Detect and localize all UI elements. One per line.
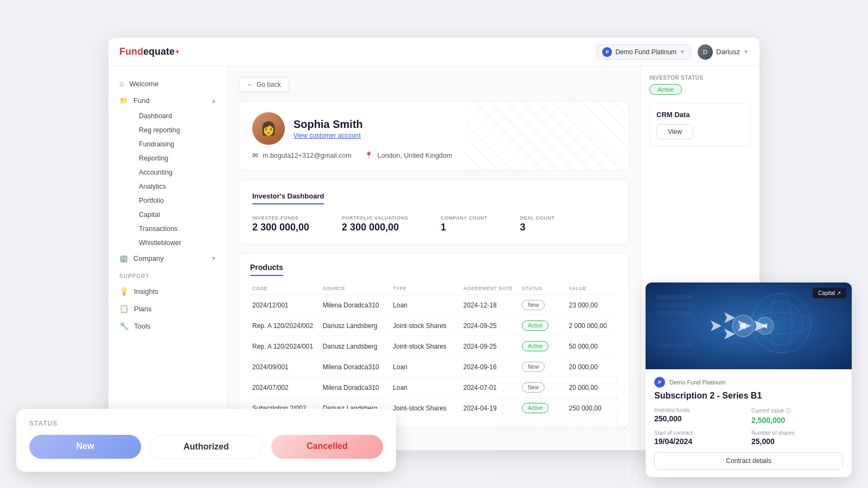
support-section-label: SUPPORT	[108, 267, 227, 282]
status-badge: New	[522, 300, 545, 310]
status-options: New Authorized Cancelled	[29, 435, 383, 459]
status-new-label: New	[76, 441, 94, 451]
crm-data-card: CRM Data View	[649, 104, 751, 146]
cell-type: Loan	[393, 301, 463, 309]
contract-details-button[interactable]: Contract details	[654, 452, 843, 470]
sidebar-group-company[interactable]: 🏢 Company ▼	[108, 250, 227, 267]
sidebar-company-label: Company	[133, 254, 164, 262]
fund-card-title: Subscription 2 - Series B1	[654, 391, 843, 401]
status-badge: New	[522, 362, 545, 372]
user-name: Dariusz	[716, 48, 740, 56]
contract-start-stat: Start of contract 19/04/2024	[654, 430, 746, 446]
sidebar-item-dashboard[interactable]: Dashboard	[128, 109, 227, 123]
fund-card-stats: Invested funds 250,000 Current value ⓘ 2…	[654, 407, 843, 446]
svg-text:11001010110100: 11001010110100	[656, 344, 693, 349]
table-header: CODE SOURCE TYPE AGREEMENT DATE STATUS V…	[250, 282, 618, 295]
status-option-cancelled[interactable]: Cancelled	[271, 435, 383, 459]
fund-icon: P	[602, 47, 612, 57]
sidebar-item-reg-reporting[interactable]: Reg reporting	[128, 123, 227, 137]
profile-contacts: ✉ m.boguta12+312@gmail.com 📍 London, Uni…	[252, 151, 616, 159]
fund-selector[interactable]: P Demo Fund Platinum ▼	[596, 44, 691, 60]
company-chevron-icon: ▼	[211, 255, 216, 261]
cell-status: New	[522, 300, 569, 310]
sidebar-item-plans[interactable]: 📋 Plans	[108, 300, 227, 317]
cell-value: 20 000,00	[569, 363, 616, 371]
cell-status: New	[522, 362, 569, 372]
sidebar-item-reporting[interactable]: Reporting	[128, 151, 227, 165]
screen-wrapper: Fundequate▲ P Demo Fund Platinum ▼ D Dar…	[0, 0, 868, 488]
stat-invested-label: INVESTED FUNDS	[252, 215, 309, 221]
sidebar-item-whistleblower[interactable]: Whistleblower	[128, 236, 227, 250]
cell-code: Rep. A 120/2024/002	[252, 322, 323, 330]
view-account-link[interactable]: View customer account	[293, 132, 363, 139]
stat-deal-count: DEAL COUNT 3	[520, 215, 554, 233]
sidebar-label-analytics: Analytics	[139, 183, 166, 190]
cell-code: 2024/12/001	[252, 301, 323, 309]
sidebar-item-fundraising[interactable]: Fundraising	[128, 137, 227, 151]
location-icon: 📍	[365, 151, 373, 159]
sidebar-item-tools[interactable]: 🔧 Tools	[108, 317, 227, 335]
sidebar-fund-label: Fund	[133, 97, 150, 105]
sidebar-item-capital[interactable]: Capital	[128, 208, 227, 222]
shares-stat: Number of shares 25,000	[751, 430, 843, 446]
sidebar-label-capital: Capital	[139, 211, 160, 219]
fund-name: Demo Fund Platinum	[615, 48, 676, 56]
invested-funds-stat: Invested funds 250,000	[654, 407, 746, 425]
logo-area: Fundequate▲	[108, 46, 228, 57]
cell-status: Active	[522, 320, 569, 331]
sidebar-item-analytics[interactable]: Analytics	[128, 179, 227, 194]
sidebar-item-transactions[interactable]: Transactions	[128, 222, 227, 236]
cell-status: Active	[522, 341, 569, 351]
sidebar-item-insights[interactable]: 💡 Insights	[108, 282, 227, 300]
dashboard-card: Investor's Dashboard INVESTED FUNDS 2 30…	[239, 179, 629, 245]
cell-type: Joint-stock Shares	[393, 322, 463, 330]
user-selector[interactable]: D Dariusz ▼	[698, 44, 749, 60]
cell-source: Milena Doradca310	[323, 301, 393, 309]
sidebar-item-portfolio[interactable]: Portfolio	[128, 194, 227, 208]
cell-date: 2024-12-18	[463, 301, 522, 309]
table-row[interactable]: 2024/09/001 Milena Doradca310 Loan 2024-…	[250, 357, 618, 377]
stat-company-count: COMPANY COUNT 1	[441, 215, 487, 233]
table-row[interactable]: Rep. A 120/2024/001 Dariusz Landsberg Jo…	[250, 336, 618, 357]
sidebar-item-accounting[interactable]: Accounting	[128, 165, 227, 179]
home-icon: ⌂	[119, 79, 124, 88]
col-status: STATUS	[522, 286, 569, 291]
invested-funds-value: 250,000	[654, 414, 746, 423]
fund-card-banner: 01001010110100 10110100101101 0101010101…	[646, 282, 852, 369]
status-authorized-label: Authorized	[183, 442, 229, 451]
sidebar-item-welcome[interactable]: ⌂ Welcome	[108, 75, 227, 92]
top-right-controls: P Demo Fund Platinum ▼ D Dariusz ▼	[596, 44, 749, 60]
location-value: London, United Kingdom	[378, 152, 452, 159]
cell-type: Loan	[393, 363, 463, 371]
svg-text:10110100101101: 10110100101101	[656, 303, 693, 308]
profile-name: Sophia Smith	[293, 118, 363, 131]
fund-card-icon: P	[654, 377, 665, 388]
avatar: 👩	[252, 112, 285, 145]
sidebar-group-fund[interactable]: 📁 Fund ▲	[108, 92, 227, 109]
table-row[interactable]: 2024/12/001 Milena Doradca310 Loan 2024-…	[250, 295, 618, 316]
contract-start-label: Start of contract	[654, 430, 746, 436]
status-popup-title: STATUS	[29, 420, 383, 427]
status-cancelled-label: Cancelled	[307, 441, 348, 451]
investor-status-badge: Active	[649, 84, 682, 95]
sidebar-label-whistleblower: Whistleblower	[139, 239, 181, 247]
cell-code: 2024/07/002	[252, 384, 323, 391]
fund-card-fund-name: Demo Fund Platinum	[669, 379, 725, 386]
cell-value: 50 000,00	[569, 343, 616, 350]
sidebar-label-plans: Plans	[134, 305, 152, 313]
email-value: m.boguta12+312@gmail.com	[263, 152, 352, 159]
status-option-new[interactable]: New	[29, 435, 141, 459]
cell-date: 2024-09-25	[463, 322, 522, 330]
cell-source: Dariusz Landsberg	[323, 322, 393, 330]
cell-source: Milena Doradca310	[323, 363, 393, 371]
stat-invested: INVESTED FUNDS 2 300 000,00	[252, 215, 309, 233]
user-dropdown-icon: ▼	[743, 49, 749, 55]
stat-portfolio: PORTFOLIO VALUATIONS 2 300 000,00	[342, 215, 408, 233]
table-row[interactable]: Rep. A 120/2024/002 Dariusz Landsberg Jo…	[250, 316, 618, 336]
avatar-image: 👩	[252, 112, 285, 145]
crm-view-button[interactable]: View	[656, 124, 693, 139]
go-back-button[interactable]: ← Go back	[239, 77, 289, 92]
status-option-authorized[interactable]: Authorized	[150, 435, 263, 459]
email-icon: ✉	[252, 151, 258, 159]
fund-card-body: P Demo Fund Platinum Subscription 2 - Se…	[646, 369, 852, 477]
